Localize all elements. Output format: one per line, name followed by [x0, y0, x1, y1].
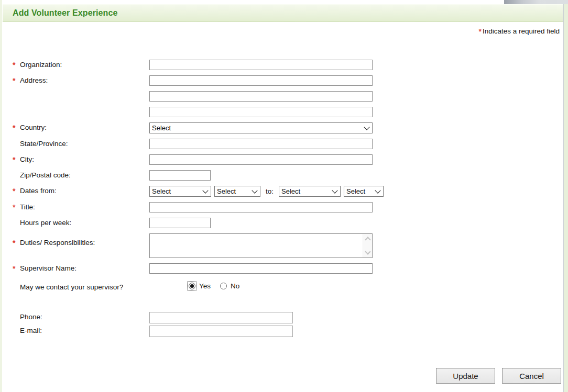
row-supervisor: * Supervisor Name: [13, 263, 558, 274]
city-input[interactable] [149, 154, 373, 165]
city-label: City: [20, 155, 34, 163]
row-organization: * Organization: [13, 60, 558, 70]
top-edge-strip [0, 0, 568, 4]
add-volunteer-experience-page: Add Volunteer Experience *Indicates a re… [0, 0, 568, 392]
dates-to-label: to: [266, 187, 274, 195]
chevron-down-icon [364, 124, 369, 130]
required-field-note: *Indicates a required field [478, 27, 560, 36]
required-asterisk: * [13, 61, 20, 69]
row-address-1: * Address: [13, 75, 558, 86]
scroll-up-icon[interactable] [365, 237, 370, 242]
supervisor-label-cell: * Supervisor Name: [13, 263, 149, 272]
row-address-2: * [13, 91, 558, 102]
hours-label: Hours per week: [20, 219, 71, 227]
contact-supervisor-label-cell: * May we contact your supervisor? [13, 282, 149, 291]
radio-selected-dot [190, 284, 194, 288]
chevron-down-icon [332, 187, 337, 193]
state-label-cell: * State/Province: [13, 139, 149, 148]
required-asterisk: * [13, 204, 20, 211]
radio-yes-label[interactable]: Yes [199, 282, 211, 290]
duties-textarea[interactable] [149, 233, 373, 258]
dates-from-label: Dates from: [20, 187, 57, 195]
phone-input[interactable] [149, 312, 293, 323]
required-asterisk: * [13, 265, 20, 272]
required-asterisk: * [13, 77, 20, 84]
organization-input[interactable] [149, 60, 373, 70]
phone-label: Phone: [20, 313, 42, 321]
supervisor-name-input[interactable] [149, 263, 373, 274]
radio-yes[interactable] [189, 283, 195, 289]
volunteer-experience-form: * Organization: * Address: * * * [13, 60, 558, 339]
address-label-cell: * Address: [13, 75, 149, 84]
dates-label-cell: * Dates from: [13, 186, 149, 195]
duties-label: Duties/ Responsibilities: [20, 239, 95, 247]
required-asterisk: * [13, 239, 20, 247]
required-asterisk: * [13, 187, 20, 195]
row-state: * State/Province: [13, 139, 558, 149]
duties-label-cell: * Duties/ Responsibilities: [13, 233, 149, 247]
state-label: State/Province: [20, 140, 68, 148]
country-label: Country: [20, 124, 47, 131]
state-input[interactable] [149, 139, 373, 149]
chevron-down-icon [202, 187, 208, 193]
title-label: Title: [20, 203, 35, 211]
row-city: * City: [13, 154, 558, 165]
row-zip: * Zip/Postal code: [13, 170, 558, 181]
country-label-cell: * Country: [13, 122, 149, 131]
zip-input[interactable] [149, 170, 211, 181]
row-email: * E-mail: [13, 326, 558, 337]
page-title: Add Volunteer Experience [13, 8, 117, 18]
form-actions: Update Cancel [436, 368, 561, 384]
page-header: Add Volunteer Experience [3, 4, 563, 22]
textarea-scrollbar[interactable] [363, 234, 372, 257]
date-from-year-select[interactable]: Select [214, 186, 260, 197]
country-select[interactable]: Select [149, 122, 373, 133]
required-asterisk: * [13, 124, 20, 131]
right-edge-strip [563, 4, 568, 392]
address-line2-input[interactable] [149, 91, 373, 102]
city-label-cell: * City: [13, 154, 149, 163]
email-input[interactable] [149, 326, 293, 337]
phone-label-cell: * Phone: [13, 312, 149, 321]
zip-label: Zip/Postal code: [20, 171, 71, 179]
date-to-year-select[interactable]: Select [344, 186, 384, 197]
row-title: * Title: [13, 202, 558, 212]
left-edge-strip [0, 0, 2, 392]
address-line1-input[interactable] [149, 75, 373, 86]
cancel-button[interactable]: Cancel [502, 368, 561, 384]
title-input[interactable] [149, 202, 373, 212]
required-asterisk: * [478, 27, 481, 36]
address-label: Address: [20, 76, 48, 84]
update-button[interactable]: Update [436, 368, 495, 384]
date-from-month-select[interactable]: Select [149, 186, 211, 197]
contact-supervisor-label: May we contact your supervisor? [20, 283, 123, 291]
date-to-month-select[interactable]: Select [279, 186, 341, 197]
row-contact-supervisor: * May we contact your supervisor? Yes No [13, 282, 558, 291]
radio-no[interactable] [220, 283, 227, 289]
organization-label: Organization: [20, 61, 62, 69]
row-phone: * Phone: [13, 312, 558, 323]
row-country: * Country: Select [13, 122, 558, 133]
email-label-cell: * E-mail: [13, 326, 149, 334]
radio-no-label[interactable]: No [231, 282, 239, 290]
zip-label-cell: * Zip/Postal code: [13, 170, 149, 179]
chevron-down-icon [252, 187, 257, 193]
row-address-3: * [13, 107, 558, 117]
row-dates: * Dates from: Select Select to: Select S… [13, 186, 558, 197]
address-line3-input[interactable] [149, 107, 373, 117]
required-asterisk: * [13, 156, 20, 163]
hours-label-cell: * Hours per week: [13, 218, 149, 227]
hours-input[interactable] [149, 218, 211, 228]
supervisor-label: Supervisor Name: [20, 264, 77, 272]
organization-label-cell: * Organization: [13, 60, 149, 69]
top-right-gray-shadow [504, 0, 568, 4]
scroll-down-icon[interactable] [365, 249, 370, 254]
title-label-cell: * Title: [13, 202, 149, 211]
contact-supervisor-radio-group: Yes No [189, 282, 239, 290]
row-duties: * Duties/ Responsibilities: [13, 233, 558, 258]
chevron-down-icon [375, 187, 380, 193]
email-label: E-mail: [20, 327, 42, 334]
country-selected-value: Select [152, 124, 365, 132]
row-hours: * Hours per week: [13, 218, 558, 228]
required-note-text: Indicates a required field [483, 27, 560, 35]
